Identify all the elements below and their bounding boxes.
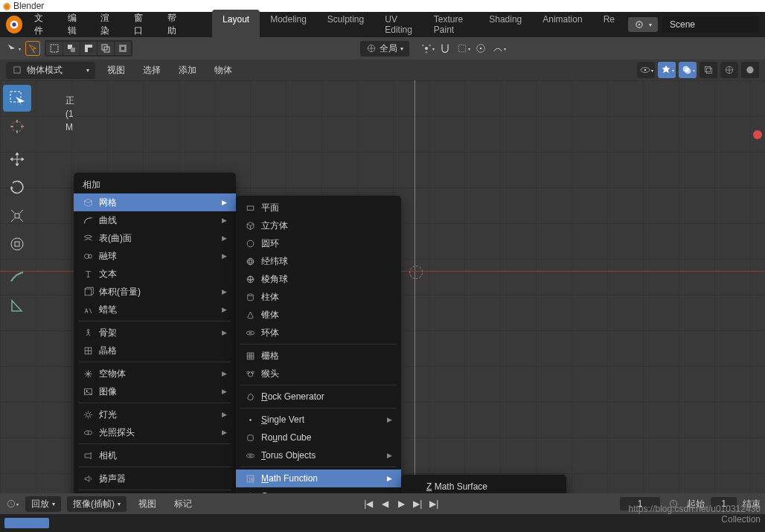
visibility-dropdown[interactable]: ▾ — [637, 62, 655, 78]
select-extend[interactable] — [63, 42, 80, 55]
svg-rect-21 — [14, 67, 20, 73]
menu-file[interactable]: 文件 — [25, 9, 59, 40]
play-reverse[interactable]: ◀ — [377, 497, 392, 510]
tab-uvediting[interactable]: UV Editing — [374, 10, 423, 39]
menu-item-label: 棱角球 — [261, 273, 392, 286]
image-icon — [83, 386, 99, 397]
menu-item[interactable]: 融球▶ — [74, 247, 236, 265]
shading-solid[interactable] — [741, 62, 759, 78]
proportional-toggle[interactable] — [473, 41, 488, 56]
menu-item[interactable]: Torus Objects▶ — [236, 446, 401, 464]
menu-item[interactable]: 骨架▶ — [74, 324, 236, 342]
tool-select-box[interactable] — [3, 85, 31, 112]
nav-gizmo[interactable] — [753, 130, 762, 139]
tool-annotate[interactable] — [3, 263, 31, 290]
menu-item[interactable]: 立方体 — [236, 217, 401, 234]
menu-window[interactable]: 窗口 — [125, 9, 159, 40]
menu-edit[interactable]: 编辑 — [59, 9, 92, 40]
text-icon — [83, 269, 99, 280]
select-box[interactable] — [46, 42, 63, 55]
menu-item[interactable]: 曲线▶ — [74, 211, 236, 229]
menu-item-label: 图像 — [99, 385, 222, 398]
tab-animation[interactable]: Animation — [532, 10, 592, 39]
menu-help[interactable]: 帮助 — [159, 9, 192, 40]
timeline-marker[interactable]: 标记 — [168, 496, 198, 512]
playback-menu[interactable]: 回放 ▾ — [25, 496, 61, 512]
menu-item[interactable]: Single Vert▶ — [236, 411, 401, 429]
jump-start[interactable]: |◀ — [361, 497, 376, 510]
menu-item[interactable]: 栅格 — [236, 347, 401, 365]
tab-modeling[interactable]: Modeling — [260, 10, 317, 39]
menu-item[interactable]: 体积(音量)▶ — [74, 283, 236, 301]
menu-item[interactable]: 锥体 — [236, 306, 401, 324]
menu-item[interactable]: 表(曲)面▶ — [74, 229, 236, 247]
menu-item[interactable]: Rock Generator — [236, 388, 401, 406]
menu-item[interactable]: 平面 — [236, 199, 401, 217]
overlay-toggle[interactable]: ▾ — [679, 62, 697, 78]
menu-item[interactable]: 环体 — [236, 324, 401, 342]
menu-item-label: 光照探头 — [99, 426, 222, 439]
play[interactable]: ▶ — [394, 497, 409, 510]
menu-item[interactable]: 图像▶ — [74, 382, 236, 400]
menu-item[interactable]: 晶格 — [74, 342, 236, 359]
menu-item[interactable]: 灯光▶ — [74, 406, 236, 423]
proportional-dropdown[interactable]: ▾ — [491, 41, 506, 56]
menu-item[interactable]: 圆环 — [236, 234, 401, 252]
menu-item[interactable]: 相机 — [74, 446, 236, 464]
timeline-playhead[interactable] — [4, 518, 49, 528]
orientation-dropdown[interactable]: 全局 ▾ — [360, 41, 409, 57]
viewport[interactable]: 正 (1 M 相加 网格▶曲线▶表(曲)面▶融球▶文本体积(音量)▶蜡笔▶骨架▶… — [0, 80, 765, 531]
keying-menu[interactable]: 抠像(插帧) ▾ — [67, 496, 127, 512]
cursor-tool[interactable] — [25, 41, 40, 56]
watermark-url: https://blog.csdn.net/u010312436 — [629, 504, 761, 514]
frame-next[interactable]: ▶| — [410, 497, 425, 510]
pivot-dropdown[interactable]: ▾ — [420, 41, 435, 56]
shading-wireframe[interactable] — [720, 62, 738, 78]
select-subtract[interactable] — [80, 42, 97, 55]
menu-item[interactable]: 棱角球 — [236, 270, 401, 288]
timeline-editor-type[interactable]: ▾ — [4, 496, 19, 511]
view-menu[interactable]: 视图 — [101, 63, 131, 78]
menu-item[interactable]: 光照探头▶ — [74, 423, 236, 441]
select-intersect[interactable] — [97, 42, 114, 55]
menu-item[interactable]: 扬声器 — [74, 469, 236, 487]
scene-name-input[interactable]: Scene — [662, 16, 759, 33]
menu-item[interactable]: 网格▶ — [74, 193, 236, 211]
select-menu[interactable]: 选择 — [137, 63, 167, 78]
selectmode-dropdown[interactable]: ▾ — [6, 41, 21, 56]
blender-logo-icon[interactable] — [6, 16, 22, 33]
menu-item[interactable]: 蜡笔▶ — [74, 301, 236, 318]
menu-item[interactable]: Math Function▶ — [236, 469, 401, 487]
tab-texturepaint[interactable]: Texture Paint — [423, 10, 478, 39]
menu-item[interactable]: 文本 — [74, 265, 236, 283]
tab-more[interactable]: Re — [593, 10, 625, 39]
timeline-view[interactable]: 视图 — [132, 496, 162, 512]
gizmo-toggle[interactable]: ▾ — [658, 62, 676, 78]
snap-dropdown[interactable]: ▾ — [455, 41, 470, 56]
select-invert[interactable] — [115, 42, 131, 55]
menu-item[interactable]: 猴头 — [236, 365, 401, 382]
tab-layout[interactable]: Layout — [212, 10, 260, 39]
snap-toggle[interactable] — [438, 41, 452, 56]
menu-render[interactable]: 渲染 — [92, 9, 125, 40]
tool-rotate[interactable] — [3, 174, 31, 201]
mode-select[interactable]: 物体模式 ▾ — [6, 62, 95, 79]
jump-end[interactable]: ▶| — [426, 497, 441, 510]
menu-item[interactable]: 经纬球 — [236, 252, 401, 270]
tool-move[interactable] — [3, 146, 31, 173]
tab-shading[interactable]: Shading — [478, 10, 532, 39]
menu-item[interactable]: 空物体▶ — [74, 365, 236, 382]
tool-measure[interactable] — [3, 292, 31, 318]
xray-toggle[interactable] — [700, 62, 717, 78]
scene-dropdown[interactable]: ▾ — [628, 17, 658, 32]
menu-item[interactable]: Round Cube — [236, 429, 401, 446]
add-menu[interactable]: 添加 — [173, 63, 202, 78]
tool-transform[interactable] — [3, 231, 31, 257]
tab-sculpting[interactable]: Sculpting — [317, 10, 374, 39]
tool-scale[interactable] — [3, 202, 31, 229]
object-menu[interactable]: 物体 — [208, 63, 238, 78]
math-icon — [245, 473, 261, 484]
tool-cursor[interactable] — [3, 113, 31, 140]
menu-item[interactable]: 柱体 — [236, 288, 401, 306]
menu-separator — [240, 385, 397, 385]
